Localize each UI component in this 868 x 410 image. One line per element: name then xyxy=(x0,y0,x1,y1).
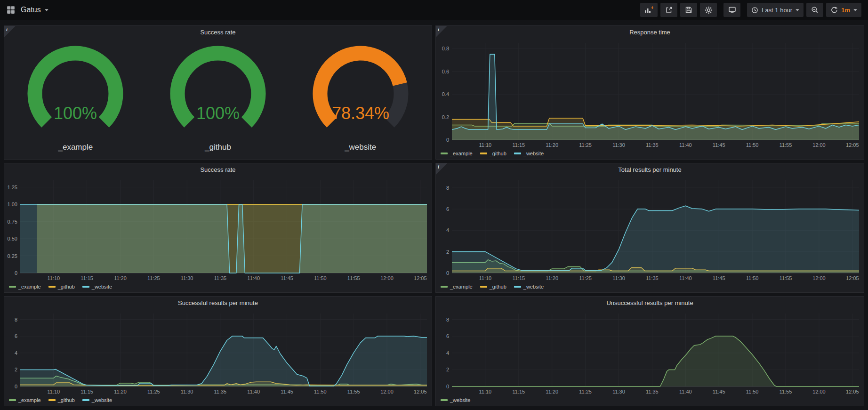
time-series-chart[interactable]: 11:1011:1511:2011:2511:3011:3511:4011:45… xyxy=(4,309,432,396)
share-icon xyxy=(665,6,673,14)
svg-text:12:05: 12:05 xyxy=(846,275,859,281)
caret-down-icon xyxy=(45,9,48,11)
clock-icon xyxy=(751,7,758,14)
svg-text:11:45: 11:45 xyxy=(713,389,725,394)
legend-item[interactable]: _github xyxy=(48,397,75,403)
gauge-arc: 100% xyxy=(14,46,137,143)
legend-item[interactable]: _website xyxy=(514,284,544,289)
legend-color xyxy=(48,399,56,401)
tv-mode-button[interactable] xyxy=(723,3,740,17)
legend-item[interactable]: _website xyxy=(82,397,112,403)
svg-text:+: + xyxy=(651,6,653,10)
svg-text:11:40: 11:40 xyxy=(679,275,692,281)
time-range-button[interactable]: Last 1 hour xyxy=(747,3,804,17)
svg-text:11:55: 11:55 xyxy=(347,275,360,281)
refresh-interval-button[interactable]: 1m xyxy=(826,3,861,17)
legend-color xyxy=(82,286,89,288)
panel-title[interactable]: Success rate xyxy=(4,26,432,38)
panel-info-icon[interactable]: i xyxy=(4,26,16,37)
gauge-label: _github xyxy=(205,143,231,152)
panel-info-icon[interactable]: i xyxy=(436,26,447,37)
time-series-chart[interactable]: 11:1011:1511:2011:2511:3011:3511:4011:45… xyxy=(4,176,432,283)
svg-text:78.34%: 78.34% xyxy=(332,104,389,123)
svg-text:11:35: 11:35 xyxy=(646,142,659,148)
svg-text:12:00: 12:00 xyxy=(380,275,394,281)
chart-legend: _example_github_website xyxy=(4,283,432,292)
legend-item[interactable]: _example xyxy=(441,284,473,289)
chart-legend: _example_github_website xyxy=(436,283,864,292)
legend-item[interactable]: _github xyxy=(480,151,506,156)
time-series-chart[interactable]: 11:1011:1511:2011:2511:3011:3511:4011:45… xyxy=(436,176,864,283)
legend-item[interactable]: _website xyxy=(82,284,112,289)
svg-text:2: 2 xyxy=(446,367,449,372)
svg-text:0: 0 xyxy=(446,270,449,276)
dashboard-title-button[interactable]: Gatus xyxy=(21,6,48,14)
svg-text:11:25: 11:25 xyxy=(147,275,160,281)
settings-button[interactable] xyxy=(700,3,717,17)
svg-text:0.6: 0.6 xyxy=(442,69,449,74)
svg-text:2: 2 xyxy=(15,367,17,372)
monitor-icon xyxy=(728,6,736,14)
svg-text:6: 6 xyxy=(446,206,449,212)
save-button[interactable] xyxy=(680,3,697,17)
legend-color xyxy=(82,399,89,401)
svg-text:11:40: 11:40 xyxy=(679,389,692,394)
zoom-out-button[interactable] xyxy=(806,3,823,17)
legend-item[interactable]: _example xyxy=(441,151,473,156)
panel-success-rate-series: Success rate 11:1011:1511:2011:2511:3011… xyxy=(4,163,432,293)
svg-text:0.8: 0.8 xyxy=(442,46,449,51)
svg-text:11:10: 11:10 xyxy=(47,275,60,281)
caret-down-icon xyxy=(853,9,857,11)
panel-title[interactable]: Response time xyxy=(436,26,864,38)
time-series-chart[interactable]: 11:1011:1511:2011:2511:3011:3511:4011:45… xyxy=(436,309,864,396)
panel-title[interactable]: Unsuccessful results per minute xyxy=(436,297,864,309)
panel-title[interactable]: Success rate xyxy=(4,163,432,176)
gauge-github: 100% _github xyxy=(147,46,289,152)
panel-info-icon[interactable]: i xyxy=(436,163,447,175)
add-panel-button[interactable]: + xyxy=(640,3,658,17)
dashboard-title: Gatus xyxy=(21,6,41,14)
svg-text:11:25: 11:25 xyxy=(579,275,592,281)
legend-color xyxy=(514,153,521,154)
svg-text:12:00: 12:00 xyxy=(812,142,826,148)
svg-text:11:25: 11:25 xyxy=(147,389,160,394)
legend-item[interactable]: _example xyxy=(9,284,41,289)
legend-item[interactable]: _website xyxy=(514,151,544,156)
svg-text:11:30: 11:30 xyxy=(612,275,625,281)
svg-text:8: 8 xyxy=(446,317,449,322)
legend-color xyxy=(480,286,487,288)
svg-text:11:55: 11:55 xyxy=(780,142,792,148)
svg-text:11:40: 11:40 xyxy=(247,389,260,394)
svg-text:11:20: 11:20 xyxy=(546,275,558,281)
legend-item[interactable]: _example xyxy=(9,397,41,403)
svg-text:11:30: 11:30 xyxy=(181,389,193,394)
svg-text:11:35: 11:35 xyxy=(646,275,659,281)
svg-text:12:00: 12:00 xyxy=(812,275,826,281)
legend-color xyxy=(441,399,448,401)
time-series-chart[interactable]: 11:1011:1511:2011:2511:3011:3511:4011:45… xyxy=(436,38,864,150)
legend-item[interactable]: _website xyxy=(441,397,470,403)
panel-title[interactable]: Total results per minute xyxy=(436,163,864,176)
svg-text:0.25: 0.25 xyxy=(8,253,17,259)
grid-icon[interactable] xyxy=(7,6,15,14)
share-button[interactable] xyxy=(660,3,677,17)
svg-text:8: 8 xyxy=(446,185,449,191)
gauge-arc: 78.34% xyxy=(299,46,422,143)
legend-item[interactable]: _github xyxy=(480,284,506,289)
svg-text:11:35: 11:35 xyxy=(214,389,227,394)
svg-text:11:50: 11:50 xyxy=(746,389,759,394)
legend-item[interactable]: _github xyxy=(48,284,75,289)
svg-text:11:35: 11:35 xyxy=(214,275,227,281)
svg-text:12:05: 12:05 xyxy=(846,142,859,148)
svg-text:12:00: 12:00 xyxy=(812,389,826,394)
panel-total-results: i Total results per minute 11:1011:1511:… xyxy=(435,163,864,293)
panel-title[interactable]: Successful results per minute xyxy=(4,297,432,309)
add-panel-icon: + xyxy=(644,6,653,14)
legend-color xyxy=(9,286,16,288)
svg-text:0: 0 xyxy=(15,384,17,389)
svg-text:1.00: 1.00 xyxy=(8,201,17,207)
svg-text:11:40: 11:40 xyxy=(679,142,692,148)
legend-color xyxy=(480,153,487,154)
svg-text:100%: 100% xyxy=(196,104,240,123)
svg-text:11:55: 11:55 xyxy=(780,275,792,281)
